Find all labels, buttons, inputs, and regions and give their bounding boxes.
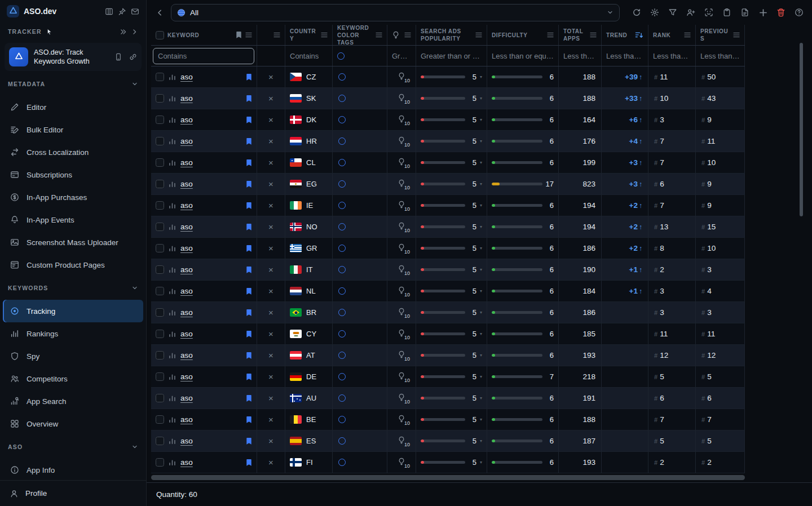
chart-icon[interactable] [169,223,176,230]
remove-keyword-icon[interactable]: × [268,179,273,189]
popularity-bulb-icon[interactable]: 10 [398,436,405,446]
keyword-link[interactable]: aso [180,94,193,103]
bookmark-icon[interactable] [246,437,252,445]
color-tag-icon[interactable] [338,159,346,166]
sidebar-item-editor[interactable]: Editor [3,96,143,118]
layout-columns-icon[interactable] [105,7,113,16]
chart-icon[interactable] [169,352,176,359]
bookmark-icon[interactable] [246,223,252,231]
keyword-link[interactable]: aso [180,244,193,252]
remove-keyword-icon[interactable]: × [268,329,273,339]
bookmark-icon[interactable] [246,287,252,295]
popularity-filter[interactable]: Greater than or equal to [392,52,411,60]
keyword-link[interactable]: aso [180,394,193,402]
row-checkbox[interactable] [156,180,164,188]
bookmark-icon[interactable] [246,159,252,167]
keyword-link[interactable]: aso [180,415,193,424]
row-checkbox[interactable] [156,94,164,103]
keyword-link[interactable]: aso [180,372,193,381]
popularity-bulb-icon[interactable]: 10 [398,136,405,146]
keyword-link[interactable]: aso [180,330,193,338]
color-tag-icon[interactable] [338,95,346,102]
chart-icon[interactable] [169,159,176,166]
remove-keyword-icon[interactable]: × [268,436,273,446]
row-checkbox[interactable] [156,394,164,402]
profile-button[interactable]: Profile [0,480,146,506]
pin-icon[interactable] [118,7,126,16]
color-tag-icon[interactable] [338,330,346,338]
keyword-link[interactable]: aso [180,437,193,445]
color-tag-icon[interactable] [338,223,346,230]
remove-keyword-icon[interactable]: × [268,115,273,125]
keyword-link[interactable]: aso [180,223,193,231]
row-checkbox[interactable] [156,201,164,210]
column-menu-icon[interactable] [475,32,482,38]
difficulty-filter[interactable]: Less than or equal to [492,52,554,60]
app-link-icon[interactable] [129,53,137,61]
bookmark-icon[interactable] [246,95,252,103]
color-tag-icon[interactable] [338,73,346,81]
scan-button[interactable] [703,7,714,18]
chart-icon[interactable] [169,202,176,209]
help-button[interactable] [793,7,805,18]
color-tag-icon[interactable] [338,202,346,209]
popularity-bulb-icon[interactable]: 10 [398,222,405,232]
bookmark-icon[interactable] [246,373,252,381]
chart-icon[interactable] [169,459,176,466]
remove-keyword-icon[interactable]: × [268,265,273,274]
chart-icon[interactable] [169,287,176,295]
keyword-link[interactable]: aso [180,458,193,467]
chart-icon[interactable] [169,437,176,445]
trend-filter[interactable]: Less than or equal to [606,52,643,60]
keyword-link[interactable]: aso [180,308,193,317]
select-all-checkbox[interactable] [156,31,164,39]
brand-name[interactable]: ASO.dev [24,7,56,16]
color-tag-icon[interactable] [338,266,346,273]
popularity-bulb-icon[interactable]: 10 [398,72,405,82]
bookmark-icon[interactable] [246,116,252,124]
previous-filter[interactable]: Less than or equal to [700,52,740,60]
column-menu-icon[interactable] [245,32,252,38]
sidebar-item-in-app-events[interactable]: In-App Events [3,208,143,231]
remove-keyword-icon[interactable]: × [268,158,273,167]
row-checkbox[interactable] [156,137,164,145]
bookmark-icon[interactable] [246,394,252,402]
keyword-link[interactable]: aso [180,116,193,124]
rank-filter[interactable]: Less than or equal to [653,52,691,60]
remove-keyword-icon[interactable]: × [268,201,273,210]
column-header-trend[interactable]: TREND [602,25,648,45]
keyword-link[interactable]: aso [180,137,193,145]
row-checkbox[interactable] [156,158,164,167]
color-tag-filter-icon[interactable] [337,52,345,60]
row-checkbox[interactable] [156,73,164,81]
keyword-link[interactable]: aso [180,158,193,167]
sidebar-item-rankings[interactable]: Rankings [3,322,143,345]
delete-button[interactable] [775,7,787,18]
row-checkbox[interactable] [156,223,164,231]
color-tag-icon[interactable] [338,180,346,188]
popularity-bulb-icon[interactable]: 10 [398,415,405,424]
row-checkbox[interactable] [156,244,164,252]
color-tag-icon[interactable] [338,245,346,252]
bookmark-icon[interactable] [246,309,252,317]
keyword-link[interactable]: aso [180,180,193,188]
chevron-right-icon[interactable] [131,28,138,35]
column-menu-icon[interactable] [590,32,597,38]
column-menu-icon[interactable] [547,32,554,38]
chevron-down-icon[interactable] [131,443,138,450]
sidebar-item-overview[interactable]: Overview [3,412,143,435]
popularity-bulb-icon[interactable]: 10 [398,265,405,274]
section-header-metadata[interactable]: METADATA [0,72,146,96]
bookmark-icon[interactable] [246,459,252,467]
chart-icon[interactable] [169,137,176,145]
remove-keyword-icon[interactable]: × [268,243,273,253]
chart-icon[interactable] [169,309,176,316]
column-header-search-ads-popularity[interactable]: SEARCH ADS POPULARITY [416,25,487,45]
column-menu-icon[interactable] [733,32,740,38]
keyword-link[interactable]: aso [180,73,193,81]
color-tag-icon[interactable] [338,287,346,295]
sort-descending-icon[interactable] [635,32,643,39]
row-checkbox[interactable] [156,308,164,317]
chart-icon[interactable] [169,180,176,188]
popularity-bulb-icon[interactable]: 10 [398,286,405,296]
